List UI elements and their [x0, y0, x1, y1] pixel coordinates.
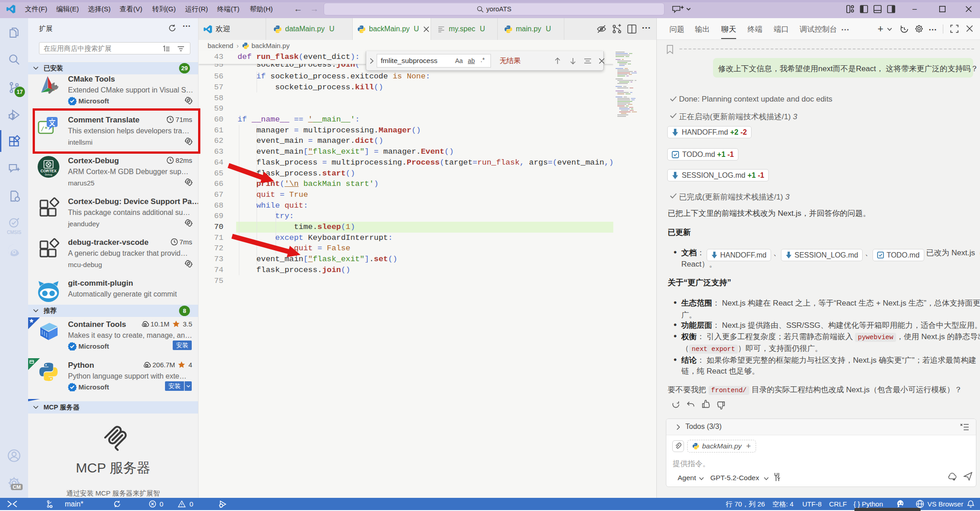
- svg-text:CORTEX: CORTEX: [40, 169, 57, 173]
- svg-text:/*: /*: [41, 125, 48, 132]
- svg-text:Debug: Debug: [45, 173, 52, 176]
